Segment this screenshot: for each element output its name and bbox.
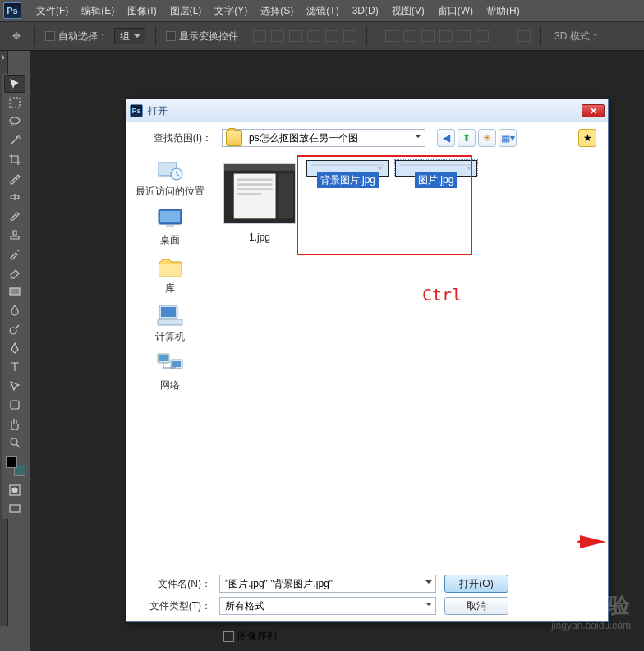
close-button[interactable]: ✕ [582,104,605,117]
shape-tool[interactable] [4,396,25,414]
menu-select[interactable]: 选择(S) [254,4,300,18]
back-button[interactable]: ◀ [437,129,455,147]
place-library[interactable]: 库 [154,252,186,297]
svg-rect-30 [278,174,293,219]
app-logo: Ps [3,2,21,19]
hand-tool[interactable] [4,415,25,433]
quick-mask-tool[interactable] [4,481,25,499]
view-menu-button[interactable]: ▦▾ [499,129,517,147]
file-name: 背景图片.jpg [317,172,379,188]
place-label: 计算机 [155,330,185,344]
menu-type[interactable]: 文字(Y) [208,4,254,18]
auto-select-dropdown[interactable]: 组 [114,28,145,44]
crop-tool[interactable] [4,150,25,168]
folder-icon [226,130,242,146]
magic-wand-tool[interactable] [4,131,25,149]
svg-rect-29 [237,193,261,195]
menu-filter[interactable]: 滤镜(T) [300,4,345,18]
places-bar: 最近访问的位置 桌面 库 计算机 网络 [126,154,214,564]
svg-point-4 [10,328,16,334]
svg-rect-13 [160,211,180,222]
look-in-combo[interactable] [222,129,426,147]
look-in-input[interactable] [246,132,412,144]
menu-window[interactable]: 窗口(W) [431,4,480,18]
svg-rect-22 [172,361,181,367]
menu-image[interactable]: 图像(I) [121,4,163,18]
menu-layer[interactable]: 图层(L) [163,4,209,18]
up-button[interactable]: ⬆ [458,129,476,147]
brush-tool[interactable] [4,207,25,225]
show-transform-checkbox[interactable]: 显示变换控件 [166,30,238,44]
filetype-input[interactable] [220,598,422,614]
computer-icon [155,302,185,328]
watermark: Baidu 经验 jingyan.baidu.com [517,591,631,631]
pen-tool[interactable] [4,339,25,357]
auto-select-checkbox[interactable]: 自动选择： [45,30,108,44]
dialog-toolbar: 查找范围(I)： ◀ ⬆ ✳ ▦▾ ★ [126,122,608,154]
path-select-tool[interactable] [4,377,25,395]
filetype-label: 文件类型(T)： [133,599,211,613]
file-thumb [223,163,296,224]
menu-3d[interactable]: 3D(D) [346,5,385,16]
file-item[interactable]: 背景图片.jpg [306,160,389,177]
gradient-tool[interactable] [4,282,25,300]
blur-tool[interactable] [4,301,25,319]
network-icon [155,351,185,377]
file-item[interactable]: 图片.jpg [395,160,477,177]
arrange-icons [518,30,531,42]
marquee-tool[interactable] [4,94,25,112]
favorites-button[interactable]: ★ [578,129,596,147]
annotation-ctrl: Ctrl [422,285,462,305]
svg-rect-15 [159,264,181,276]
image-sequence-label: 图像序列 [237,630,277,644]
filetype-combo[interactable] [219,597,436,615]
place-label: 桌面 [160,233,180,247]
chevron-down-icon[interactable] [422,575,435,592]
file-name: 1.jpg [246,231,274,244]
svg-rect-18 [158,319,182,325]
type-tool[interactable] [4,358,25,376]
zoom-tool[interactable] [4,433,25,452]
menu-view[interactable]: 视图(V) [385,4,431,18]
menu-help[interactable]: 帮助(H) [480,4,527,18]
cancel-button[interactable]: 取消 [444,597,508,615]
image-sequence-checkbox[interactable] [223,631,234,642]
color-swatches[interactable] [6,456,25,476]
place-label: 库 [165,282,175,296]
menu-edit[interactable]: 编辑(E) [75,4,121,18]
svg-rect-28 [237,188,273,190]
chevron-down-icon[interactable] [422,598,435,614]
stamp-tool[interactable] [4,226,25,244]
history-brush-tool[interactable] [4,245,25,263]
svg-rect-38 [401,164,472,166]
lasso-tool[interactable] [4,112,25,131]
svg-rect-32 [312,164,383,166]
open-dialog: Ps 打开 ✕ 查找范围(I)： ◀ ⬆ ✳ ▦▾ ★ 最近访问的位置 桌面 [126,99,609,622]
move-tool[interactable] [4,75,25,93]
eyedropper-tool[interactable] [4,169,25,187]
place-recent[interactable]: 最近访问的位置 [134,155,206,200]
place-desktop[interactable]: 桌面 [154,204,186,249]
3d-mode-label: 3D 模式： [554,30,600,44]
screen-mode-tool[interactable] [4,500,25,518]
svg-point-6 [11,438,17,445]
filename-combo[interactable] [219,575,436,593]
filename-input[interactable] [220,575,422,592]
open-button[interactable]: 打开(O) [444,575,508,593]
chevron-down-icon[interactable] [412,135,425,141]
file-item[interactable]: 1.jpg [218,160,301,247]
dialog-titlebar[interactable]: Ps 打开 ✕ [126,99,608,122]
menu-file[interactable]: 文件(F) [30,4,75,18]
new-folder-button[interactable]: ✳ [478,129,496,147]
svg-rect-0 [10,98,20,108]
place-computer[interactable]: 计算机 [154,300,186,346]
eraser-tool[interactable] [4,264,25,282]
file-thumb [311,164,384,166]
move-tool-icon: ✥ [8,28,25,44]
svg-rect-14 [166,225,174,227]
file-list[interactable]: 1.jpg 背景图片.jpg 图片.jpg Ctrl [214,154,608,564]
svg-rect-24 [224,164,295,171]
place-network[interactable]: 网络 [154,349,186,394]
dodge-tool[interactable] [4,320,25,338]
healing-tool[interactable] [4,188,25,206]
